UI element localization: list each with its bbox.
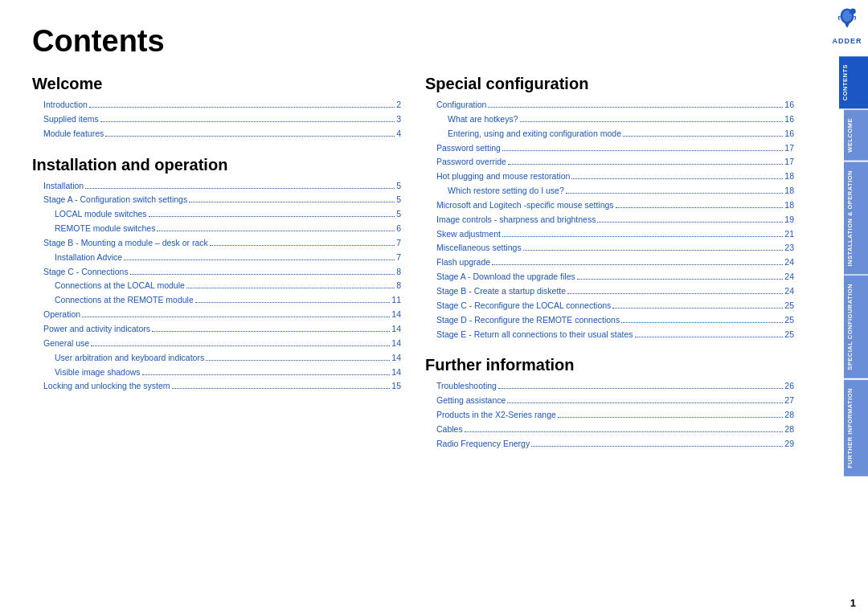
toc-entry[interactable]: Connections at the REMOTE module11	[32, 293, 401, 308]
toc-entry[interactable]: Stage C - Connections8	[32, 265, 401, 280]
toc-dots	[186, 288, 395, 288]
toc-page: 11	[391, 293, 401, 308]
toc-page: 7	[396, 251, 401, 265]
toc-page: 24	[784, 255, 794, 270]
toc-entry[interactable]: Entering, using and exiting configuratio…	[425, 127, 794, 141]
toc-dots	[206, 360, 390, 361]
toc-dots	[488, 107, 783, 108]
toc-page: 16	[784, 127, 794, 141]
toc-dots	[189, 202, 395, 202]
toc-entry[interactable]: Stage C - Reconfigure the LOCAL connecti…	[425, 299, 794, 313]
toc-entry[interactable]: Getting assistance27	[425, 394, 794, 408]
toc-page: 28	[784, 423, 794, 437]
toc-label: Installation	[43, 179, 84, 194]
toc-entry[interactable]: General use14	[32, 337, 401, 351]
toc-page: 17	[784, 155, 794, 170]
sidebar-tab-welcome[interactable]: WELCOME	[844, 110, 868, 161]
toc-entry[interactable]: User arbitration and keyboard indicators…	[32, 351, 401, 366]
toc-dots	[558, 417, 783, 418]
toc-label: Hot plugging and mouse restoration	[436, 170, 570, 184]
toc-entry[interactable]: Module features4	[32, 127, 401, 141]
section-title: Special configuration	[425, 75, 794, 93]
toc-dots	[195, 302, 391, 303]
toc-label: Power and activity indicators	[43, 322, 150, 337]
page-number: 1	[846, 589, 868, 613]
toc-entry[interactable]: Operation14	[32, 308, 401, 322]
toc-entry[interactable]: Password setting17	[425, 141, 794, 156]
toc-dots	[100, 121, 395, 122]
toc-entry[interactable]: Supplied items3	[32, 112, 401, 127]
toc-label: Locking and unlocking the system	[43, 379, 170, 394]
toc-dots	[635, 337, 784, 337]
sidebar-tab-installation---operation[interactable]: INSTALLATION & OPERATION	[844, 162, 868, 275]
toc-label: Products in the X2-Series range	[436, 408, 556, 423]
toc-entry[interactable]: REMOTE module switches6	[32, 222, 401, 236]
toc-dots	[498, 388, 783, 389]
toc-label: Password setting	[436, 141, 501, 156]
toc-label: Troubleshooting	[436, 379, 497, 394]
toc-entry[interactable]: Installation Advice7	[32, 251, 401, 265]
toc-entry[interactable]: What are hotkeys?16	[425, 112, 794, 127]
toc-label: Stage B - Mounting a module – desk or ra…	[43, 236, 208, 251]
toc-entry[interactable]: Flash upgrade24	[425, 255, 794, 270]
toc-entry[interactable]: Troubleshooting26	[425, 379, 794, 394]
toc-entry[interactable]: Stage B - Create a startup diskette24	[425, 284, 794, 299]
toc-entry[interactable]: Stage E - Return all connections to thei…	[425, 328, 794, 342]
toc-label: Stage C - Connections	[43, 265, 129, 280]
toc-entry[interactable]: Products in the X2-Series range28	[425, 408, 794, 423]
toc-page: 17	[784, 141, 794, 156]
toc-dots	[89, 107, 395, 108]
toc-entry[interactable]: Image controls - sharpness and brightnes…	[425, 213, 794, 227]
toc-page: 15	[391, 379, 401, 394]
sidebar-tab-contents[interactable]: CONTENTS	[839, 56, 868, 108]
toc-entry[interactable]: Stage B - Mounting a module – desk or ra…	[32, 236, 401, 251]
toc-entry[interactable]: Configuration16	[425, 98, 794, 112]
toc-dots	[85, 188, 395, 189]
toc-page: 4	[396, 127, 401, 141]
toc-entry[interactable]: Stage A - Configuration switch settings5	[32, 193, 401, 207]
toc-dots	[82, 317, 390, 317]
toc-page: 16	[784, 98, 794, 112]
toc-entry[interactable]: Locking and unlocking the system15	[32, 379, 401, 394]
toc-entry[interactable]: Power and activity indicators14	[32, 322, 401, 337]
toc-entry[interactable]: Hot plugging and mouse restoration18	[425, 170, 794, 184]
toc-page: 7	[396, 236, 401, 251]
toc-page: 5	[396, 207, 401, 222]
toc-dots	[142, 374, 391, 375]
toc-entry[interactable]: Microsoft and Logitech -specific mouse s…	[425, 198, 794, 213]
toc-label: Stage E - Return all connections to thei…	[436, 328, 633, 342]
logo: ADDER	[826, 0, 868, 48]
toc-dots	[210, 245, 395, 246]
toc-entry[interactable]: Visible image shadows14	[32, 366, 401, 380]
toc-label: Module features	[43, 127, 104, 141]
toc-entry[interactable]: Installation5	[32, 179, 401, 194]
two-columns: WelcomeIntroduction2Supplied items3Modul…	[32, 75, 794, 597]
toc-entry[interactable]: LOCAL module switches5	[32, 207, 401, 222]
toc-label: Introduction	[43, 98, 88, 112]
toc-entry[interactable]: Connections at the LOCAL module8	[32, 279, 401, 293]
toc-entry[interactable]: Password override17	[425, 155, 794, 170]
toc-label: Flash upgrade	[436, 255, 490, 270]
toc-label: Visible image shadows	[55, 366, 141, 380]
toc-entry[interactable]: Stage D - Reconfigure the REMOTE connect…	[425, 313, 794, 328]
toc-entry[interactable]: Stage A - Download the upgrade files24	[425, 270, 794, 284]
sidebar-tab-special-configuration[interactable]: SPECIAL CONFIGURATION	[844, 276, 868, 378]
toc-page: 18	[784, 184, 794, 198]
toc-page: 3	[396, 112, 401, 127]
toc-entry[interactable]: Introduction2	[32, 98, 401, 112]
toc-label: Which restore setting do I use?	[448, 184, 564, 198]
toc-label: LOCAL module switches	[55, 207, 147, 222]
toc-page: 27	[784, 394, 794, 408]
toc-page: 25	[784, 299, 794, 313]
toc-label: Getting assistance	[436, 394, 506, 408]
toc-entry[interactable]: Radio Frequency Energy29	[425, 437, 794, 452]
toc-entry[interactable]: Which restore setting do I use?18	[425, 184, 794, 198]
sidebar-tabs: CONTENTSWELCOMEINSTALLATION & OPERATIONS…	[839, 56, 868, 589]
toc-label: Miscellaneous settings	[436, 241, 522, 255]
toc-entry[interactable]: Skew adjustment21	[425, 227, 794, 242]
sidebar-tab-further-information[interactable]: FURTHER INFORMATION	[844, 380, 868, 476]
toc-dots	[508, 164, 783, 165]
toc-entry[interactable]: Cables28	[425, 423, 794, 437]
toc-entry[interactable]: Miscellaneous settings23	[425, 241, 794, 255]
toc-page: 25	[784, 328, 794, 342]
